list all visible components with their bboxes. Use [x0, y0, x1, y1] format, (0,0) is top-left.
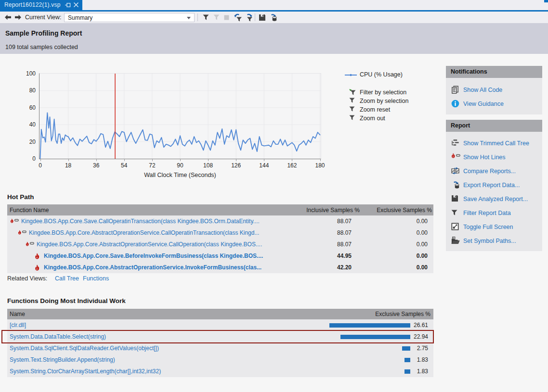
col-name[interactable]: Name — [7, 311, 317, 317]
hot-path-title: Hot Path — [7, 193, 34, 201]
functions-work-row: System.Data.DataTable.Select(string)22.9… — [7, 331, 433, 342]
notifications-panel: Show All CodeView Guidance — [446, 78, 542, 114]
col-exclusive-samples[interactable]: Exclusive Samples % — [360, 207, 433, 214]
chart-tool-zoom-out[interactable]: Zoom out — [349, 114, 408, 123]
inclusive-samples-value: 88.07 — [283, 229, 360, 236]
sidebar-item-label[interactable]: Show Trimmed Call Tree — [463, 140, 529, 147]
y-tick-label: 20 — [16, 139, 36, 145]
hot-path-row: Kingdee.BOS.App.Core.Save.BeforeInvokeFo… — [7, 250, 433, 262]
sidebar-item-show-all-code[interactable]: Show All Code — [446, 83, 542, 97]
x-tick-label: 18 — [59, 162, 78, 169]
sidebar-item-label[interactable]: View Guidance — [463, 101, 504, 107]
sidebar-item-toggle-full-screen[interactable]: Toggle Full Screen — [446, 220, 542, 234]
hot-path-table-header: Function NameInclusive Samples %Exclusiv… — [7, 204, 433, 215]
export-data-button[interactable] — [268, 12, 277, 23]
exclusive-samples-value: 1.83 — [410, 356, 433, 363]
function-link[interactable]: System.Text.StringBuilder.Append(string) — [10, 356, 115, 363]
sidebar-item-save-analyzed-report[interactable]: Save Analyzed Report... — [446, 192, 542, 206]
function-link[interactable]: Kingdee.BOS.App.Core.AbstractOprerationS… — [37, 241, 262, 248]
sidebar-item-label[interactable]: Show All Code — [463, 87, 502, 93]
sidebar-item-view-guidance[interactable]: View Guidance — [446, 97, 542, 111]
function-link[interactable]: Kingdee.BOS.App.Core.AbstractOprerationS… — [44, 264, 261, 271]
x-tick-mark — [96, 159, 97, 161]
function-link[interactable]: System.Data.DataTable.Select(string) — [10, 333, 106, 340]
col-exclusive-samples[interactable]: Exclusive Samples % — [317, 311, 433, 317]
import-filter-button[interactable] — [233, 12, 242, 23]
legend-label: CPU (% Usage) — [360, 71, 403, 78]
filter-disabled-button — [212, 12, 221, 23]
call-tree-icon — [451, 139, 459, 147]
hot-path-icon — [26, 241, 34, 248]
current-view-select[interactable]: Summary — [64, 13, 195, 22]
chevron-down-icon — [187, 17, 191, 19]
inclusive-samples-value: 44.95 — [283, 253, 360, 259]
notifications-panel-header: Notifications — [446, 66, 542, 78]
chart-tool-list: Filter by selectionZoom by selectionZoom… — [349, 88, 408, 123]
col-inclusive-samples[interactable]: Inclusive Samples % — [283, 207, 360, 214]
save-button[interactable] — [258, 12, 266, 23]
col-function-name[interactable]: Function Name — [7, 207, 283, 214]
sidebar-item-label[interactable]: Export Report Data... — [463, 182, 520, 189]
hot-path-table: Function NameInclusive Samples %Exclusiv… — [7, 204, 433, 273]
flame-icon — [35, 265, 40, 271]
hot-path-row: Kingdee.BOS.App.Core.Save.CallOperatinTr… — [7, 215, 433, 227]
chart-x-axis-title: Wall Clock Time (Seconds) — [108, 172, 252, 178]
x-tick-label: 144 — [254, 162, 274, 169]
function-link[interactable]: System.Data.SqlClient.SqlDataReader.GetV… — [10, 345, 159, 352]
sidebar-item-label[interactable]: Set Symbol Paths... — [463, 238, 516, 244]
x-tick-label: 108 — [198, 162, 218, 169]
chart-tool-zoom-by-selection[interactable]: Zoom by selection — [349, 97, 408, 105]
chart-tool-filter-by-selection[interactable]: Filter by selection — [349, 88, 408, 97]
pin-icon[interactable] — [65, 2, 71, 8]
x-tick-mark — [320, 159, 321, 161]
sidebar-item-label[interactable]: Filter Report Data — [463, 210, 511, 216]
samples-bar — [402, 346, 410, 351]
hot-path-flame-glyph — [18, 230, 26, 235]
sidebar-item-set-symbol-paths[interactable]: Set Symbol Paths... — [446, 234, 542, 248]
report-panel: Show Trimmed Call TreeShow Hot LinesComp… — [446, 132, 542, 251]
samples-bar — [340, 335, 410, 339]
exclusive-samples-value: 0.00 — [360, 218, 433, 225]
samples-bar-zone — [314, 342, 410, 354]
x-tick-label: 126 — [226, 162, 246, 169]
sidebar-item-label[interactable]: Save Analyzed Report... — [463, 196, 528, 202]
document-tab[interactable]: Report160122(1).vsp — [0, 0, 82, 10]
export-filter-button[interactable] — [244, 12, 253, 23]
cpu-usage-chart[interactable] — [39, 73, 321, 159]
chart-tool-zoom-reset[interactable]: Zoom reset — [349, 105, 408, 114]
function-link[interactable]: Kingdee.BOS.App.Core.Save.BeforeInvokeFo… — [44, 253, 263, 259]
x-tick-mark — [40, 159, 41, 161]
function-link[interactable]: [clr.dll] — [10, 322, 26, 329]
forward-button[interactable] — [14, 12, 22, 23]
sidebar-item-compare-reports[interactable]: Compare Reports... — [446, 164, 542, 178]
function-link[interactable]: Kingdee.BOS.App.Core.AbstractOprerationS… — [29, 229, 259, 236]
page-title: Sample Profiling Report — [5, 29, 82, 37]
sidebar-item-export-report-data[interactable]: Export Report Data... — [446, 178, 542, 192]
filter-button[interactable] — [202, 12, 210, 23]
related-link-functions[interactable]: Functions — [83, 275, 109, 282]
functions-work-title: Functions Doing Most Individual Work — [7, 297, 126, 304]
window-corner-mark — [544, 0, 548, 2]
funnel-icon — [451, 209, 459, 217]
sidebar-item-filter-report-data[interactable]: Filter Report Data — [446, 206, 542, 220]
sidebar-item-show-hot-lines[interactable]: Show Hot Lines — [446, 150, 542, 164]
y-tick-label: 80 — [16, 87, 36, 94]
x-tick-mark — [292, 159, 292, 161]
export-data-icon — [451, 181, 459, 189]
back-button[interactable] — [4, 12, 12, 23]
function-link[interactable]: System.String.CtorCharArrayStartLength(c… — [10, 368, 161, 375]
hot-path-flame-glyph — [26, 241, 34, 246]
sidebar-item-show-trimmed-call-tree[interactable]: Show Trimmed Call Tree — [446, 136, 542, 150]
info-icon — [451, 100, 459, 108]
sidebar-item-label[interactable]: Show Hot Lines — [463, 154, 506, 161]
hot-path-row: Kingdee.BOS.App.Core.AbstractOprerationS… — [7, 262, 433, 273]
close-icon[interactable] — [73, 2, 79, 8]
save-icon — [451, 195, 459, 203]
x-tick-mark — [68, 159, 69, 161]
exclusive-samples-value: 1.83 — [410, 368, 433, 375]
sidebar-item-label[interactable]: Toggle Full Screen — [463, 224, 513, 230]
function-link[interactable]: Kingdee.BOS.App.Core.Save.CallOperatinTr… — [21, 218, 260, 225]
sidebar-item-label[interactable]: Compare Reports... — [463, 168, 516, 175]
functions-work-table: NameExclusive Samples %[clr.dll]26.61Sys… — [7, 309, 433, 377]
related-link-call-tree[interactable]: Call Tree — [55, 275, 79, 282]
